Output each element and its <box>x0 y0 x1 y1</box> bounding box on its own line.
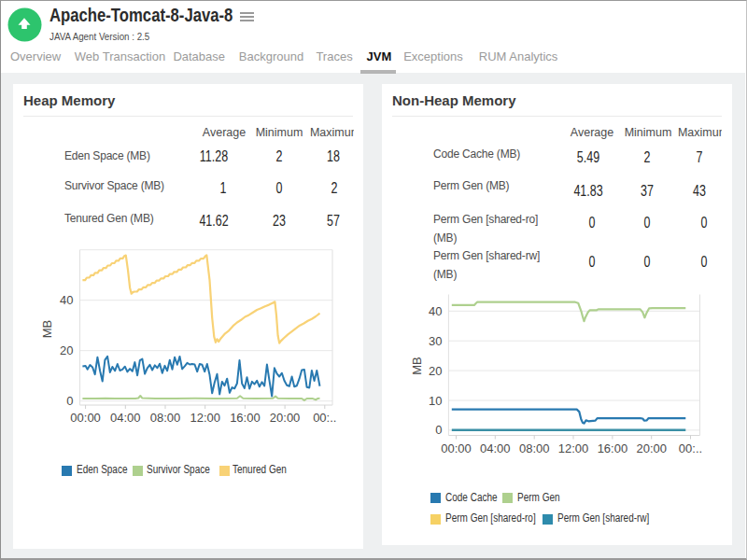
svg-text:12:00: 12:00 <box>558 441 589 455</box>
svg-text:30: 30 <box>429 334 442 348</box>
svg-text:10: 10 <box>429 394 442 408</box>
svg-text:16:00: 16:00 <box>598 441 628 455</box>
svg-text:00:..: 00:.. <box>313 411 336 425</box>
svg-text:12:00: 12:00 <box>190 411 220 425</box>
svg-text:20:00: 20:00 <box>636 441 667 455</box>
svg-text:04:00: 04:00 <box>110 411 141 425</box>
svg-text:0: 0 <box>435 423 442 437</box>
svg-text:00:..: 00:.. <box>679 441 702 455</box>
svg-text:MB: MB <box>40 320 54 339</box>
svg-text:MB: MB <box>410 357 424 375</box>
svg-text:00:00: 00:00 <box>441 441 472 455</box>
svg-text:16:00: 16:00 <box>230 411 261 425</box>
svg-text:08:00: 08:00 <box>519 441 550 455</box>
svg-text:40: 40 <box>60 293 73 307</box>
svg-text:20: 20 <box>429 364 442 378</box>
svg-text:20:00: 20:00 <box>270 411 301 425</box>
svg-text:0: 0 <box>66 394 73 408</box>
svg-text:00:00: 00:00 <box>70 411 101 425</box>
svg-text:04:00: 04:00 <box>480 441 511 455</box>
svg-text:40: 40 <box>429 304 442 318</box>
svg-text:20: 20 <box>60 343 73 357</box>
svg-text:08:00: 08:00 <box>150 411 181 425</box>
